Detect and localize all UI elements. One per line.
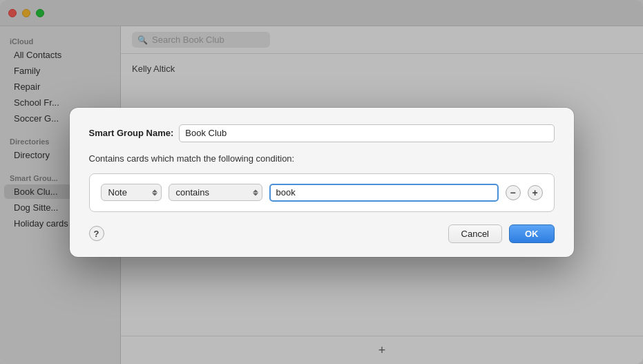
modal-footer: ? Cancel OK [89, 224, 555, 243]
remove-condition-button[interactable]: − [506, 185, 521, 200]
field-selector[interactable]: Note Name Email Phone Address Birthday [101, 184, 162, 201]
operator-selector-wrapper: contains does not contain is is not star… [169, 184, 262, 201]
field-selector-wrapper: Note Name Email Phone Address Birthday [101, 184, 162, 201]
condition-box: Note Name Email Phone Address Birthday [89, 173, 555, 212]
footer-buttons: Cancel OK [448, 224, 555, 243]
condition-subtitle: Contains cards which match the following… [89, 153, 555, 164]
name-label: Smart Group Name: [89, 128, 174, 138]
smart-group-name-input[interactable] [179, 124, 554, 142]
ok-button[interactable]: OK [509, 224, 555, 243]
smart-group-modal: Smart Group Name: Contains cards which m… [70, 108, 574, 257]
add-condition-button[interactable]: + [528, 185, 543, 200]
help-button[interactable]: ? [89, 226, 104, 241]
modal-overlay: Smart Group Name: Contains cards which m… [0, 0, 643, 364]
name-row: Smart Group Name: [89, 124, 555, 142]
operator-selector[interactable]: contains does not contain is is not star… [169, 184, 262, 201]
condition-value-input[interactable] [269, 184, 499, 202]
cancel-button[interactable]: Cancel [448, 224, 502, 243]
condition-row: Note Name Email Phone Address Birthday [101, 184, 543, 202]
